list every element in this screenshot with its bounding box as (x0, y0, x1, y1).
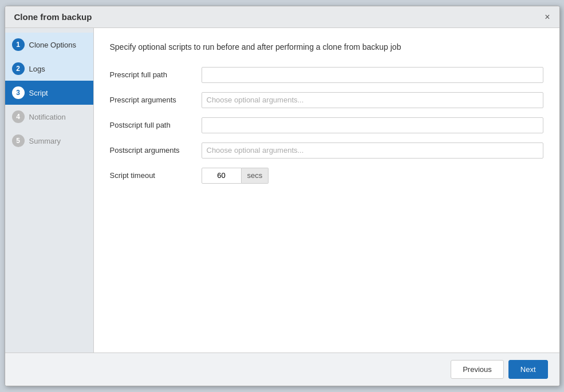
timeout-unit: secs (242, 168, 269, 184)
sidebar-item-clone-options[interactable]: 1 Clone Options (5, 33, 93, 57)
sidebar-item-label-2: Logs (29, 65, 45, 73)
postscript-args-label: Postscript arguments (110, 146, 202, 155)
step-badge-1: 1 (12, 38, 25, 51)
postscript-args-input[interactable] (202, 142, 543, 159)
sidebar-item-script[interactable]: 3 Script (5, 81, 93, 105)
postscript-path-row: Postscript full path (110, 117, 543, 133)
prescript-args-row: Prescript arguments (110, 92, 543, 108)
clone-from-backup-dialog: Clone from backup × 1 Clone Options 2 Lo… (5, 6, 560, 386)
prescript-path-row: Prescript full path (110, 67, 543, 83)
prescript-path-label: Prescript full path (110, 70, 202, 79)
prescript-path-input[interactable] (202, 67, 543, 83)
step-badge-4: 4 (12, 110, 25, 123)
postscript-path-label: Postscript full path (110, 121, 202, 129)
timeout-input-group: secs (202, 168, 269, 184)
sidebar-item-notification[interactable]: 4 Notification (5, 105, 93, 129)
prescript-args-input[interactable] (202, 92, 543, 108)
step-badge-5: 5 (12, 134, 25, 147)
sidebar-item-label-5: Summary (29, 137, 61, 145)
dialog-footer: Previous Next (5, 353, 559, 386)
script-timeout-input[interactable] (202, 168, 242, 184)
close-button[interactable]: × (545, 13, 550, 22)
step-badge-2: 2 (12, 62, 25, 75)
dialog-title: Clone from backup (14, 12, 92, 22)
dialog-header: Clone from backup × (5, 6, 559, 28)
sidebar-item-label-1: Clone Options (29, 41, 76, 49)
dialog-body: 1 Clone Options 2 Logs 3 Script 4 Notifi… (5, 28, 559, 353)
sidebar-item-logs[interactable]: 2 Logs (5, 57, 93, 81)
prescript-args-label: Prescript arguments (110, 96, 202, 104)
script-timeout-label: Script timeout (110, 171, 202, 180)
sidebar: 1 Clone Options 2 Logs 3 Script 4 Notifi… (5, 28, 94, 353)
sidebar-item-label-3: Script (29, 89, 48, 97)
step-description: Specify optional scripts to run before a… (110, 42, 543, 53)
next-button[interactable]: Next (508, 360, 548, 379)
sidebar-item-label-4: Notification (29, 113, 66, 121)
step-badge-3: 3 (12, 86, 25, 99)
postscript-path-input[interactable] (202, 117, 543, 133)
script-timeout-row: Script timeout secs (110, 168, 543, 184)
previous-button[interactable]: Previous (451, 360, 504, 379)
postscript-args-row: Postscript arguments (110, 142, 543, 159)
sidebar-item-summary[interactable]: 5 Summary (5, 129, 93, 153)
main-content: Specify optional scripts to run before a… (94, 28, 559, 353)
